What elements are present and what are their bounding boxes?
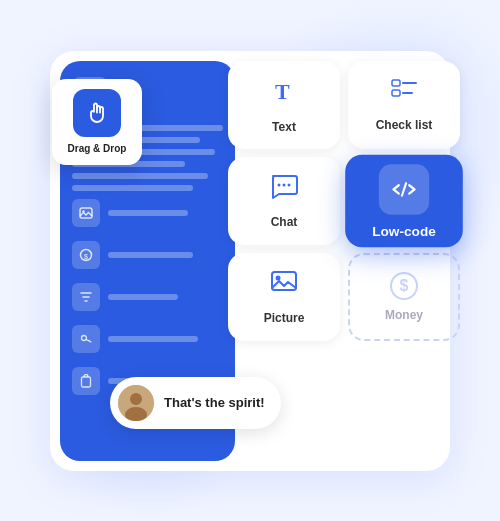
- drag-drop-card[interactable]: Drag & Drop: [52, 79, 142, 165]
- panel-row-key[interactable]: [72, 325, 223, 353]
- chat-message: That's the spirit!: [164, 395, 265, 410]
- picture-label: Picture: [264, 311, 305, 325]
- svg-point-12: [283, 184, 286, 187]
- row-line: [108, 294, 178, 300]
- row-line: [108, 336, 198, 342]
- svg-rect-5: [82, 377, 91, 387]
- feature-card-chat[interactable]: Chat: [228, 157, 340, 245]
- feature-card-lowcode[interactable]: Low-code: [345, 154, 463, 246]
- row-line: [108, 252, 193, 258]
- panel-icon-list: $: [72, 199, 223, 395]
- avatar: [118, 385, 154, 421]
- svg-rect-7: [392, 80, 400, 86]
- drag-drop-label: Drag & Drop: [68, 143, 127, 155]
- panel-row-money[interactable]: $: [72, 241, 223, 269]
- filter-icon: [72, 283, 100, 311]
- svg-point-15: [276, 276, 281, 281]
- checklist-label: Check list: [376, 118, 433, 132]
- row-line: [108, 210, 188, 216]
- chat-label: Chat: [271, 215, 298, 229]
- chat-icon: [269, 172, 299, 207]
- picture-icon: [269, 268, 299, 303]
- sidebar-line: [72, 173, 208, 179]
- feature-grid: T Text Check list: [228, 61, 460, 341]
- sidebar-line: [72, 185, 193, 191]
- key-icon: [72, 325, 100, 353]
- clipboard-icon: [72, 367, 100, 395]
- dollar-icon: $: [72, 241, 100, 269]
- money-icon: $: [390, 272, 418, 300]
- panel-row-image[interactable]: [72, 199, 223, 227]
- feature-card-text[interactable]: T Text: [228, 61, 340, 149]
- money-label: Money: [385, 308, 423, 322]
- feature-card-checklist[interactable]: Check list: [348, 61, 460, 149]
- text-label: Text: [272, 120, 296, 134]
- lowcode-label: Low-code: [372, 222, 436, 238]
- scene: T: [30, 31, 470, 491]
- svg-rect-9: [392, 90, 400, 96]
- text-icon: T: [269, 75, 299, 112]
- chat-bubble: That's the spirit!: [110, 377, 281, 429]
- panel-row-filter[interactable]: [72, 283, 223, 311]
- drag-icon: [73, 89, 121, 137]
- svg-rect-14: [272, 272, 296, 290]
- feature-card-picture[interactable]: Picture: [228, 253, 340, 341]
- checklist-icon: [390, 77, 418, 110]
- svg-text:$: $: [84, 253, 88, 261]
- svg-point-11: [278, 184, 281, 187]
- code-tag-icon: [379, 163, 429, 213]
- image-icon: [72, 199, 100, 227]
- svg-point-17: [130, 393, 142, 405]
- svg-text:T: T: [275, 79, 290, 104]
- svg-point-13: [288, 184, 291, 187]
- feature-card-money[interactable]: $ Money: [348, 253, 460, 341]
- svg-rect-0: [80, 208, 92, 218]
